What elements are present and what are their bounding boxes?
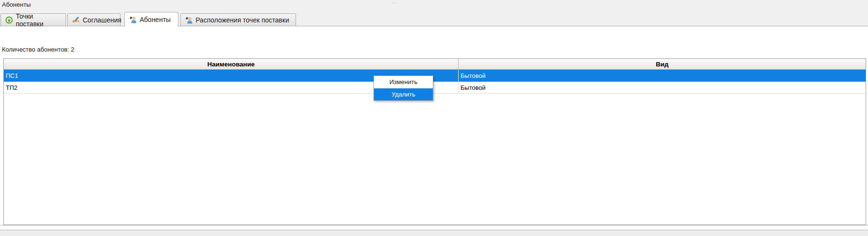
status-bar (0, 230, 868, 236)
column-header-name[interactable]: Наименование (4, 59, 459, 69)
menu-item-delete[interactable]: Удалить (374, 88, 433, 100)
menu-item-edit[interactable]: Изменить (374, 76, 433, 88)
table-row[interactable]: ТП2 Бытовой (4, 82, 866, 94)
tab-subscribers[interactable]: Абоненты (124, 12, 178, 27)
app-window: Абоненты … Точки поставки Соглашения Або (0, 0, 868, 236)
tab-content-panel: Количество абонентов: 2 Наименование Вид… (0, 26, 868, 230)
subscriber-count-label: Количество абонентов: 2 (2, 46, 74, 53)
subscribers-table: Наименование Вид ПС1 Бытовой ТП2 Бытовой (3, 58, 866, 225)
tab-supply-point-locations[interactable]: Расположения точек поставки (180, 13, 296, 26)
cell-kind[interactable]: Бытовой (459, 70, 866, 82)
splitter-handle-dots[interactable]: … (391, 0, 399, 5)
tab-label: Точки поставки (16, 12, 61, 28)
handshake-icon (72, 16, 80, 24)
tab-label: Соглашения (83, 16, 121, 24)
tab-label: Абоненты (140, 16, 171, 23)
column-header-kind[interactable]: Вид (459, 59, 866, 69)
page-title: Абоненты (2, 1, 31, 8)
tab-supply-points[interactable]: Точки поставки (0, 13, 66, 26)
table-row[interactable]: ПС1 Бытовой (4, 70, 866, 82)
plug-circle-icon (5, 16, 13, 24)
tab-label: Расположения точек поставки (196, 16, 289, 24)
tab-agreements[interactable]: Соглашения (67, 13, 121, 26)
subscriber-plug-icon (129, 16, 137, 23)
context-menu: Изменить Удалить (374, 75, 433, 101)
table-header-row: Наименование Вид (4, 59, 866, 70)
subscriber-plug-icon (185, 16, 193, 24)
cell-kind[interactable]: Бытовой (459, 82, 866, 93)
